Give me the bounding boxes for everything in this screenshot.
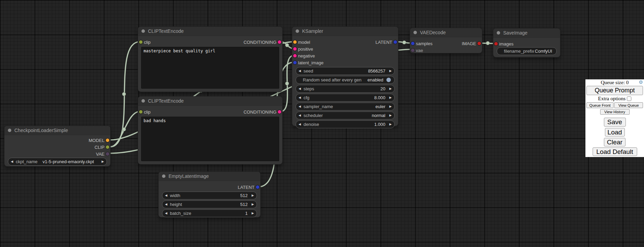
widget-width[interactable]: ◀ width 512 ▶	[162, 192, 257, 199]
input-dot-vae[interactable]	[411, 49, 414, 52]
widget-seed[interactable]: ◀ seed 8566257 ▶	[296, 67, 395, 75]
decrement-arrow-icon[interactable]: ◀	[162, 192, 170, 199]
decrement-arrow-icon[interactable]: ◀	[296, 67, 304, 75]
load-default-button[interactable]: Load Default	[593, 147, 637, 156]
output-dot-image[interactable]	[478, 42, 481, 45]
decrement-arrow-icon[interactable]: ◀	[296, 94, 304, 101]
increment-arrow-icon[interactable]: ▶	[387, 67, 394, 75]
node-title-bar[interactable]: KSampler	[292, 27, 398, 36]
widget-random-seed-toggle[interactable]: Random seed after every gen enabled	[296, 76, 395, 84]
collapse-dot[interactable]	[296, 29, 299, 33]
node-title: CLIPTextEncode	[148, 28, 184, 34]
node-title-bar[interactable]: CLIPTextEncode	[138, 27, 282, 36]
output-dot-conditioning[interactable]	[278, 110, 281, 114]
increment-arrow-icon[interactable]: ▶	[249, 210, 257, 217]
link-midpoint-dot	[285, 43, 289, 47]
node-checkpointloadersimple[interactable]: CheckpointLoaderSimple MODEL CLIP VAE ◀ …	[4, 126, 110, 166]
widget-height[interactable]: ◀ height 512 ▶	[162, 200, 257, 208]
graph-canvas[interactable]: { "colors": { "wire": "#b7c9b3", "slot_m…	[0, 0, 644, 247]
widget-label: ckpt_name	[16, 159, 38, 164]
node-title: CheckpointLoaderSimple	[14, 128, 68, 133]
decrement-arrow-icon[interactable]: ◀	[162, 201, 170, 208]
widget-label: filename_prefix	[504, 49, 534, 54]
input-dot-latent-image[interactable]	[293, 61, 297, 64]
node-emptylatentimage[interactable]: EmptyLatentImage LATENT ◀ width 512 ▶ ◀ …	[159, 172, 260, 217]
node-vaedecode[interactable]: VAEDecode samples IMAGE vae	[410, 28, 482, 53]
widget-filename-prefix[interactable]: filename_prefix ComfyUI	[497, 47, 557, 55]
queue-prompt-button[interactable]: Queue Prompt	[586, 86, 643, 95]
widget-sampler-name[interactable]: ◀ sampler_name euler ▶	[296, 103, 395, 110]
output-dot-vae[interactable]	[106, 152, 109, 156]
widget-batch-size[interactable]: ◀ batch_size 1 ▶	[162, 209, 257, 217]
node-title-bar[interactable]: CLIPTextEncode	[138, 96, 282, 106]
output-dot-clip[interactable]	[106, 145, 109, 149]
node-title-bar[interactable]: CheckpointLoaderSimple	[4, 126, 110, 135]
view-history-button[interactable]: View History	[600, 109, 630, 115]
output-dot-model[interactable]	[106, 139, 109, 142]
extra-options-checkbox[interactable]	[627, 96, 631, 101]
widget-value: enabled	[361, 77, 385, 82]
increment-arrow-icon[interactable]: ▶	[387, 85, 394, 92]
collapse-dot[interactable]	[162, 174, 165, 178]
node-cliptextencode-negative[interactable]: CLIPTextEncode clip CONDITIONING bad han…	[138, 96, 282, 164]
decrement-arrow-icon[interactable]: ◀	[162, 210, 170, 217]
decrement-arrow-icon[interactable]: ◀	[296, 112, 304, 119]
increment-arrow-icon[interactable]: ▶	[387, 112, 394, 119]
widget-label: sampler_name	[304, 104, 333, 109]
node-ksampler[interactable]: KSampler model LATENT positive negative …	[292, 27, 398, 126]
input-dot-positive[interactable]	[293, 47, 297, 51]
collapse-dot[interactable]	[497, 31, 500, 35]
negative-prompt-textarea[interactable]: bad hands	[141, 117, 279, 161]
node-title: VAEDecode	[420, 30, 446, 35]
increment-arrow-icon[interactable]: ▶	[249, 201, 257, 208]
decrement-arrow-icon[interactable]: ◀	[296, 103, 304, 110]
collapse-dot[interactable]	[141, 29, 145, 33]
clear-button[interactable]: Clear	[604, 138, 626, 146]
widget-label: height	[170, 202, 182, 207]
toggle-enabled-icon[interactable]	[386, 78, 391, 82]
increment-arrow-icon[interactable]: ▶	[387, 94, 394, 101]
collapse-dot[interactable]	[141, 99, 145, 103]
input-dot-clip[interactable]	[139, 110, 143, 114]
output-dot-latent[interactable]	[256, 185, 259, 189]
node-title: SaveImage	[503, 30, 528, 36]
input-dot-images[interactable]	[494, 42, 498, 46]
decrement-arrow-icon[interactable]: ◀	[8, 158, 16, 165]
widget-steps[interactable]: ◀ steps 20 ▶	[296, 85, 395, 93]
collapse-dot[interactable]	[8, 129, 11, 132]
decrement-arrow-icon[interactable]: ◀	[296, 85, 304, 92]
node-cliptextencode-positive[interactable]: CLIPTextEncode clip CONDITIONING masterp…	[138, 27, 282, 92]
widget-denoise[interactable]: ◀ denoise 1.000 ▶	[296, 120, 395, 128]
input-label: vae	[416, 48, 423, 53]
queue-front-button[interactable]: Queue Front	[586, 102, 614, 108]
node-title-bar[interactable]: SaveImage	[493, 28, 560, 38]
load-button[interactable]: Load	[605, 128, 625, 136]
decrement-arrow-icon[interactable]: ◀	[296, 121, 304, 128]
input-slot-vae: vae	[410, 47, 482, 54]
widget-ckpt-name[interactable]: ◀ ckpt_name v1-5-pruned-emaonly.ckpt ▶	[8, 158, 107, 166]
node-title-bar[interactable]: VAEDecode	[410, 28, 482, 37]
widget-cfg[interactable]: ◀ cfg 8.000 ▶	[296, 94, 395, 102]
settings-gear-icon[interactable]: ⚙	[639, 80, 643, 85]
extra-options-label: Extra options	[598, 96, 626, 102]
increment-arrow-icon[interactable]: ▶	[99, 158, 107, 165]
view-queue-button[interactable]: View Queue	[614, 102, 643, 108]
input-slot-latent-image: latent_image	[292, 59, 398, 66]
increment-arrow-icon[interactable]: ▶	[387, 103, 394, 110]
widget-scheduler[interactable]: ◀ scheduler normal ▶	[296, 112, 395, 119]
save-button[interactable]: Save	[604, 118, 626, 127]
increment-arrow-icon[interactable]: ▶	[387, 121, 394, 128]
increment-arrow-icon[interactable]: ▶	[249, 192, 257, 199]
queue-panel: Queue size: 0 ⚙ Queue Prompt Extra optio…	[585, 79, 644, 157]
node-title: CLIPTextEncode	[148, 98, 184, 104]
collapse-dot[interactable]	[413, 31, 417, 34]
input-dot-clip[interactable]	[139, 40, 143, 44]
node-title-bar[interactable]: EmptyLatentImage	[159, 172, 260, 181]
node-saveimage[interactable]: SaveImage images filename_prefix ComfyUI	[493, 28, 560, 57]
output-dot-latent[interactable]	[394, 40, 397, 44]
input-dot-negative[interactable]	[293, 54, 297, 57]
input-dot-samples[interactable]	[411, 42, 414, 45]
positive-prompt-textarea[interactable]: masterpiece best quality girl	[141, 47, 279, 89]
input-dot-model[interactable]	[293, 40, 297, 44]
output-dot-conditioning[interactable]	[278, 40, 281, 44]
